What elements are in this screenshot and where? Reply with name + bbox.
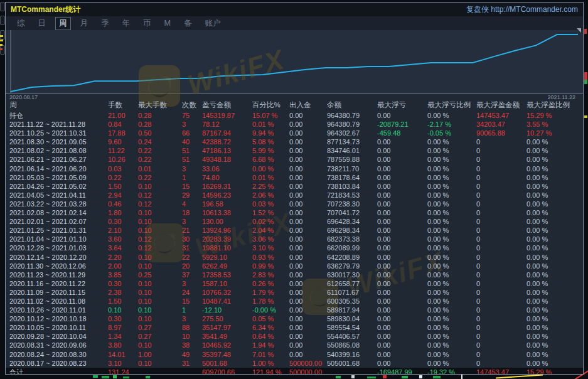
cell: 0.00 % xyxy=(527,270,583,279)
cell: 15 xyxy=(182,297,202,306)
cell: 3.64 xyxy=(108,243,138,252)
cell: 0.12 xyxy=(138,235,182,243)
cell: 0.00 xyxy=(377,173,427,182)
cell: 275.50 xyxy=(202,314,252,323)
table-row[interactable]: 2021.11.22 ~ 2021.11.280.840.28378.120.0… xyxy=(6,120,583,129)
cell: 0.00 % xyxy=(427,323,476,332)
cell: 589830.04 xyxy=(327,314,377,323)
table-row[interactable]: 2020.11.09 ~ 2020.11.152.380.102410766.3… xyxy=(6,288,583,297)
menu-tab-8[interactable]: M xyxy=(161,18,174,29)
cell: 0.00 xyxy=(377,270,427,279)
cell: 1 xyxy=(182,306,202,314)
cell: 2.00 xyxy=(108,262,138,270)
table-row[interactable]: 2020.10.26 ~ 2020.11.010.100.101-12.10-0… xyxy=(6,306,583,314)
background-app-fragment xyxy=(584,80,587,84)
cell: 0.50 xyxy=(138,129,182,137)
cell: 0.00 xyxy=(377,341,427,350)
table-row[interactable]: 2021.03.22 ~ 2021.03.280.460.124196.580.… xyxy=(6,200,583,208)
cell: 0.00 % xyxy=(252,164,289,173)
table-row[interactable]: 2021.05.03 ~ 2021.05.090.220.22174.800.0… xyxy=(6,173,583,182)
table-row[interactable]: 2021.02.01 ~ 2021.02.070.300.103130.000.… xyxy=(6,217,583,226)
table-row[interactable]: 2020.11.23 ~ 2020.11.293.850.253717358.5… xyxy=(6,270,583,279)
table-row[interactable]: 2020.11.16 ~ 2020.11.220.300.1031587.100… xyxy=(6,279,583,288)
cell: 2020.11.30 ~ 2020.12.06 xyxy=(9,262,108,270)
table-row[interactable]: 2021.06.21 ~ 2021.06.2710.260.225149348.… xyxy=(6,155,583,164)
cell: 0.00 xyxy=(289,155,327,164)
cell: 3 xyxy=(182,279,202,288)
table-row[interactable]: 2021.01.25 ~ 2021.01.312.100.102113924.9… xyxy=(6,226,583,235)
cell: 0.00 % xyxy=(427,164,476,173)
cell: 0.00 % xyxy=(527,208,583,217)
cell: 877134.73 xyxy=(327,137,377,146)
cell: 2.94 xyxy=(108,191,138,200)
cell: 2021.05.03 ~ 2021.05.09 xyxy=(9,173,108,182)
equity-chart[interactable] xyxy=(6,30,583,93)
cell: 2020.10.26 ~ 2020.11.01 xyxy=(9,306,108,314)
table-row[interactable]: 2020.11.30 ~ 2020.12.062.000.10206262.49… xyxy=(6,262,583,270)
menu-tab-3[interactable]: 周 xyxy=(55,17,71,30)
cell: 0.22 xyxy=(138,146,182,155)
total-row[interactable]: 合计131.24609700.66121.94 %500000.00-16948… xyxy=(6,368,583,375)
homepage-link[interactable]: 复盘侠 http://MTCommander.com xyxy=(466,4,578,15)
cell: 0.00 % xyxy=(527,314,583,323)
cell: 35147.97 xyxy=(202,323,252,332)
cell: 147453.47 xyxy=(476,111,527,120)
cell: 0.00 % xyxy=(427,111,476,120)
cell: 609700.66 xyxy=(202,368,252,375)
table-row[interactable]: 2020.08.17 ~ 2020.08.233.100.10315001.68… xyxy=(6,359,583,368)
cell: 0.00 xyxy=(289,270,327,279)
cell: 31 xyxy=(182,359,202,368)
cell: 5929.10 xyxy=(202,253,252,262)
table-row[interactable]: 2020.08.31 ~ 2020.09.063.800.103810465.9… xyxy=(6,341,583,350)
table-row[interactable]: 2020.09.28 ~ 2020.10.041.340.27103541.49… xyxy=(6,332,583,341)
title-bar[interactable]: MTCommander统计 复盘侠 http://MTCommander.com xyxy=(6,3,583,16)
table-row[interactable]: 2021.01.04 ~ 2021.01.103.600.123020283.3… xyxy=(6,235,583,243)
cell: 0.00 % xyxy=(427,350,476,359)
resize-grip-icon[interactable] xyxy=(577,28,581,33)
cell: 2021.11.22 ~ 2021.11.28 xyxy=(9,120,108,129)
table-row[interactable]: 2020.10.12 ~ 2020.10.180.300.103275.500.… xyxy=(6,314,583,323)
cell: 0 xyxy=(476,200,527,208)
table-row[interactable]: 2021.08.02 ~ 2021.08.0811.220.225147186.… xyxy=(6,146,583,155)
table-row[interactable]: 2021.08.30 ~ 2021.09.059.600.244042388.7… xyxy=(6,137,583,146)
cell: 0.00 xyxy=(377,200,427,208)
table-row[interactable]: 2020.08.24 ~ 2020.08.3014.011.004935397.… xyxy=(6,350,583,359)
menu-tab-9[interactable]: 备 xyxy=(180,17,196,30)
table-row[interactable]: 持仓21.000.2875145319.8715.07 %0.00964380.… xyxy=(6,111,583,120)
cell: 0.00 % xyxy=(427,243,476,252)
menu-tab-6[interactable]: 年 xyxy=(119,17,134,30)
cell: 3.85 xyxy=(108,270,138,279)
menu-tab-10[interactable]: 账户 xyxy=(201,17,224,30)
menu-tab-5[interactable]: 季 xyxy=(97,17,113,30)
cell: 0 xyxy=(476,253,527,262)
table-row[interactable]: 2020.10.05 ~ 2020.10.118.970.278835147.9… xyxy=(6,323,583,332)
cell: 2021.01.25 ~ 2021.01.31 xyxy=(9,226,108,235)
cell: 0.26 % xyxy=(252,279,289,288)
menu-tab-7[interactable]: 币 xyxy=(139,17,155,30)
cell: 0.10 xyxy=(138,208,182,217)
menu-tab-4[interactable]: 月 xyxy=(77,17,92,30)
table-row[interactable]: 2021.02.08 ~ 2021.02.141.800.101810613.3… xyxy=(6,208,583,217)
cell: 13924.96 xyxy=(202,226,252,235)
table-row[interactable]: 2021.06.14 ~ 2021.06.200.030.01333.060.0… xyxy=(6,164,583,173)
cell: 2020.12.28 ~ 2021.01.03 xyxy=(9,243,108,252)
cell: 18 xyxy=(182,208,202,217)
cell: 0.00 % xyxy=(527,155,583,164)
cell: 0.00 % xyxy=(427,235,476,243)
cell: 20 xyxy=(182,262,202,270)
menu-tab-1[interactable]: 综 xyxy=(13,17,29,30)
table-row[interactable]: 2021.10.25 ~ 2021.10.3117.880.506687167.… xyxy=(6,129,583,137)
cell: 0.00 % xyxy=(527,182,583,191)
cell: 10.27 % xyxy=(527,129,583,137)
table-row[interactable]: 2021.04.26 ~ 2021.05.021.500.101516269.3… xyxy=(6,182,583,191)
cell: 3.80 xyxy=(108,341,138,350)
table-row[interactable]: 2020.11.02 ~ 2020.11.081.500.101510487.4… xyxy=(6,297,583,306)
cell: 2020.08.24 ~ 2020.08.30 xyxy=(9,350,108,359)
menu-tab-2[interactable]: 日 xyxy=(35,17,50,30)
cell: 662089.99 xyxy=(327,243,377,252)
table-row[interactable]: 2020.12.14 ~ 2020.12.202.200.10225929.10… xyxy=(6,253,583,262)
table-row[interactable]: 2021.04.05 ~ 2021.04.112.940.122914596.2… xyxy=(6,191,583,200)
cell: 0 xyxy=(476,306,527,314)
table-row[interactable]: 2020.12.28 ~ 2021.01.033.640.123119881.1… xyxy=(6,243,583,252)
cell: 31 xyxy=(182,243,202,252)
